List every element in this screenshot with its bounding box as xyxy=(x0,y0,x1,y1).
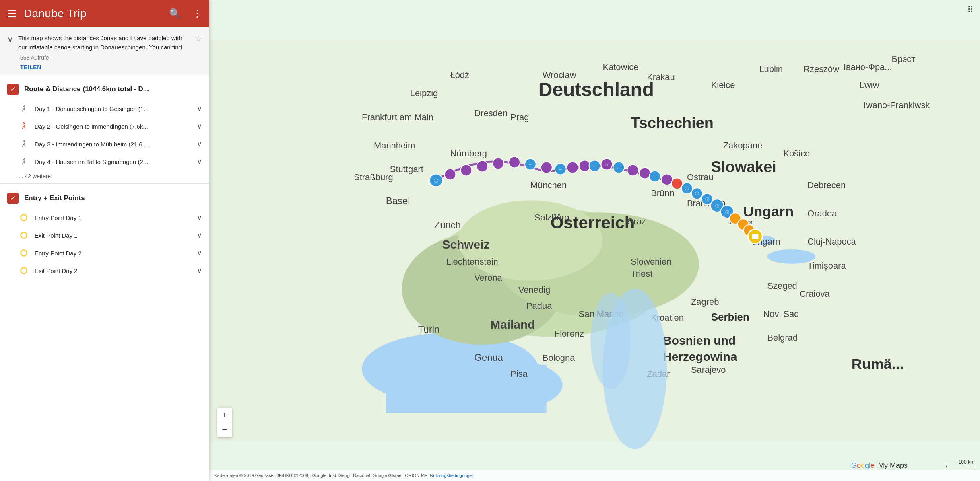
layer-entry-checkbox[interactable]: ✓ xyxy=(7,193,19,204)
svg-text:Zakopane: Zakopane xyxy=(723,140,763,150)
svg-point-82 xyxy=(444,169,456,180)
share-button[interactable]: TEILEN xyxy=(20,64,202,70)
svg-text:Iwano-Frankiwsk: Iwano-Frankiwsk xyxy=(864,100,930,110)
svg-text:Łódź: Łódź xyxy=(450,70,469,80)
grid-icon[interactable]: ⠿ xyxy=(967,5,974,15)
svg-point-86 xyxy=(509,157,520,168)
svg-text:Košice: Košice xyxy=(783,148,810,158)
svg-text:Herzegowina: Herzegowina xyxy=(663,350,737,363)
svg-text:Szeged: Szeged xyxy=(767,281,797,291)
svg-text:←: ← xyxy=(653,174,657,179)
more-options-icon[interactable]: ⋮ xyxy=(192,8,202,19)
svg-rect-120 xyxy=(752,234,758,239)
map-area[interactable]: ⠿ Deutschland Tschechien Österreich Slow… xyxy=(209,0,980,481)
collapse-icon[interactable]: ∨ xyxy=(7,35,13,44)
exit-day1-chevron[interactable]: ∨ xyxy=(197,231,202,240)
svg-text:Triest: Triest xyxy=(631,269,652,279)
route-day3-item[interactable]: Day 3 - Immendingen to Mühlheim (21.6 ..… xyxy=(0,135,209,153)
map-zoom-controls: + − xyxy=(217,408,232,437)
day1-chevron[interactable]: ∨ xyxy=(197,104,202,113)
entry-day1-chevron[interactable]: ∨ xyxy=(197,213,202,222)
description-text: This map shows the distances Jonas and I… xyxy=(18,34,190,52)
google-o2: o xyxy=(861,461,865,469)
entry-dot-icon-2 xyxy=(19,248,29,258)
entry-day1-item[interactable]: Entry Point Day 1 ∨ xyxy=(0,209,209,226)
exit-day1-item[interactable]: Exit Point Day 1 ∨ xyxy=(0,226,209,244)
entry-day2-item[interactable]: Entry Point Day 2 ∨ xyxy=(0,244,209,262)
exit-day2-item[interactable]: Exit Point Day 2 ∨ xyxy=(0,262,209,280)
entry-day2-chevron[interactable]: ∨ xyxy=(197,249,202,257)
svg-text:Tschechien: Tschechien xyxy=(631,115,714,132)
svg-text:Lwiw: Lwiw xyxy=(860,80,879,90)
layer-route-checkbox[interactable]: ✓ xyxy=(7,84,19,95)
nutzungsbedingungen-link[interactable]: Nutzungsbedingungen xyxy=(430,473,474,478)
day2-chevron[interactable]: ∨ xyxy=(197,122,202,131)
svg-text:Rumä...: Rumä... xyxy=(852,356,904,372)
star-icon[interactable]: ☆ xyxy=(195,34,202,43)
svg-text:Oradea: Oradea xyxy=(807,208,837,218)
svg-text:Sarajevo: Sarajevo xyxy=(691,365,726,375)
svg-text:Leipzig: Leipzig xyxy=(410,88,438,98)
svg-text:ⓘ: ⓘ xyxy=(685,186,689,191)
entry-day2-text: Entry Point Day 2 xyxy=(35,250,191,257)
svg-text:ⓘ: ⓘ xyxy=(715,204,719,208)
google-brand: Google My Maps xyxy=(851,461,908,470)
route-day3-text: Day 3 - Immendingen to Mühlheim (21.6 ..… xyxy=(35,141,191,148)
day4-chevron[interactable]: ∨ xyxy=(197,157,202,166)
svg-text:Nürnberg: Nürnberg xyxy=(450,148,487,158)
svg-point-0 xyxy=(23,105,25,107)
svg-text:Брэст: Брэст xyxy=(892,54,916,64)
app-title: Danube Trip xyxy=(24,7,158,20)
svg-point-2 xyxy=(23,140,25,142)
svg-text:Venedig: Venedig xyxy=(518,285,550,295)
zoom-out-button[interactable]: − xyxy=(217,422,232,437)
scale-label: 100 km xyxy=(959,459,974,465)
google-e: e xyxy=(871,461,875,469)
layers-scroll-area[interactable]: ✓ Route & Distance (1044.6km total - D..… xyxy=(0,76,209,481)
svg-text:Zagreb: Zagreb xyxy=(691,297,719,307)
route-day2-item[interactable]: Day 2 - Geisingen to Immendingen (7.6k..… xyxy=(0,117,209,135)
walk-icon-3 xyxy=(19,139,29,149)
layer-entry-header[interactable]: ✓ Entry + Exit Points xyxy=(0,185,209,209)
svg-text:←: ← xyxy=(528,162,532,167)
menu-icon[interactable]: ☰ xyxy=(7,8,17,20)
exit-day1-text: Exit Point Day 1 xyxy=(35,232,191,239)
svg-text:Kielce: Kielce xyxy=(711,80,735,90)
day3-chevron[interactable]: ∨ xyxy=(197,140,202,148)
route-day1-item[interactable]: Day 1 - Donaueschingen to Geisingen (1..… xyxy=(0,100,209,117)
svg-text:Dresden: Dresden xyxy=(474,108,508,118)
svg-text:Prag: Prag xyxy=(510,112,529,122)
svg-text:Schweiz: Schweiz xyxy=(442,238,489,251)
more-days[interactable]: ... 42 weitere xyxy=(0,171,209,182)
layer-route-title: Route & Distance (1044.6km total - D... xyxy=(24,85,202,93)
walk-icon-2 xyxy=(19,121,29,132)
svg-point-104 xyxy=(661,174,673,185)
svg-text:Bologna: Bologna xyxy=(543,353,575,363)
exit-day2-text: Exit Point Day 2 xyxy=(35,267,191,274)
map-scale: 100 km xyxy=(946,459,974,467)
svg-text:Pisa: Pisa xyxy=(510,369,528,379)
route-day4-text: Day 4 - Hausen im Tal to Sigmaringen (2.… xyxy=(35,158,191,165)
route-day4-item[interactable]: Day 4 - Hausen im Tal to Sigmaringen (2.… xyxy=(0,153,209,171)
zoom-in-button[interactable]: + xyxy=(217,408,232,422)
svg-point-84 xyxy=(477,161,488,172)
svg-text:München: München xyxy=(530,180,567,190)
svg-text:Stuttgart: Stuttgart xyxy=(390,164,423,174)
svg-point-92 xyxy=(567,162,578,173)
search-icon[interactable]: 🔍 xyxy=(169,8,181,19)
map-svg: Deutschland Tschechien Österreich Slowak… xyxy=(209,0,980,481)
svg-text:Florenz: Florenz xyxy=(555,329,584,339)
exit-dot-icon-1 xyxy=(19,230,29,240)
route-day2-text: Day 2 - Geisingen to Immendingen (7.6k..… xyxy=(35,123,191,130)
svg-text:Mannheim: Mannheim xyxy=(374,140,415,150)
svg-text:ⓘ: ⓘ xyxy=(434,178,438,183)
description-block: ∨ This map shows the distances Jonas and… xyxy=(0,27,209,76)
layer-route-header[interactable]: ✓ Route & Distance (1044.6km total - D..… xyxy=(0,76,209,100)
svg-text:←: ← xyxy=(558,167,563,172)
svg-text:Padua: Padua xyxy=(526,301,552,311)
layer-entry-title: Entry + Exit Points xyxy=(24,194,202,202)
svg-text:←: ← xyxy=(592,164,597,169)
exit-day2-chevron[interactable]: ∨ xyxy=(197,266,202,275)
svg-point-93 xyxy=(579,160,590,172)
svg-point-83 xyxy=(460,164,472,176)
